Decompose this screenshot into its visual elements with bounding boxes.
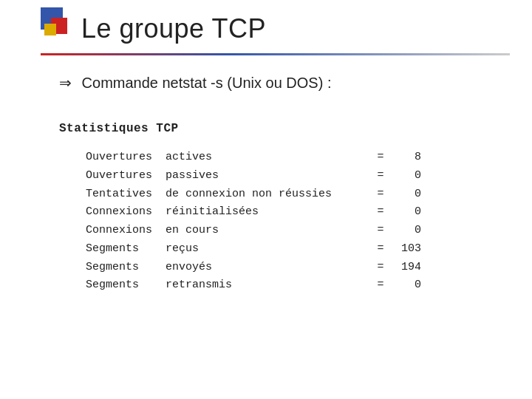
arrow-icon: ⇒ (59, 75, 72, 91)
table-row: Segments envoyés =194 (59, 259, 421, 277)
stat-equals: = (369, 276, 392, 295)
stat-label: Segments envoyés (59, 259, 369, 277)
stat-value: 0 (392, 167, 421, 185)
stats-header: Statistiques TCP (59, 122, 421, 135)
stat-label: Segments reçus (59, 240, 369, 259)
stat-value: 0 (392, 185, 421, 204)
table-row: Ouvertures passives =0 (59, 167, 421, 185)
logo-yellow-square (44, 24, 56, 35)
table-row: Segments retransmis =0 (59, 276, 421, 295)
table-row: Connexions réinitialisées =0 (59, 203, 421, 222)
table-row: Connexions en cours =0 (59, 222, 421, 240)
decorative-logo (41, 7, 74, 41)
stat-label: Ouvertures actives (59, 149, 369, 167)
stat-equals: = (369, 259, 392, 277)
stat-value: 194 (392, 259, 421, 277)
table-row: Tentatives de connexion non réussies=0 (59, 185, 421, 204)
stat-value: 0 (392, 276, 421, 295)
stat-equals: = (369, 167, 392, 185)
stat-equals: = (369, 203, 392, 222)
stat-value: 0 (392, 203, 421, 222)
stat-equals: = (369, 185, 392, 204)
stats-table: Ouvertures actives =8 Ouvertures passive… (59, 149, 421, 295)
command-text: Commande netstat -s (Unix ou DOS) : (82, 75, 332, 91)
stat-equals: = (369, 240, 392, 259)
stats-section: Statistiques TCP Ouvertures actives =8 O… (59, 122, 421, 295)
stat-equals: = (369, 222, 392, 240)
stat-value: 103 (392, 240, 421, 259)
table-row: Segments reçus =103 (59, 240, 421, 259)
stat-label: Tentatives de connexion non réussies (59, 185, 369, 204)
stat-value: 8 (392, 149, 421, 167)
stat-label: Segments retransmis (59, 276, 369, 295)
table-row: Ouvertures actives =8 (59, 149, 421, 167)
stat-value: 0 (392, 222, 421, 240)
command-description: ⇒ Commande netstat -s (Unix ou DOS) : (59, 74, 331, 92)
stat-label: Ouvertures passives (59, 167, 369, 185)
title-divider (41, 53, 510, 55)
stat-label: Connexions réinitialisées (59, 203, 369, 222)
stat-label: Connexions en cours (59, 222, 369, 240)
stat-equals: = (369, 149, 392, 167)
page-title: Le groupe TCP (81, 13, 266, 44)
